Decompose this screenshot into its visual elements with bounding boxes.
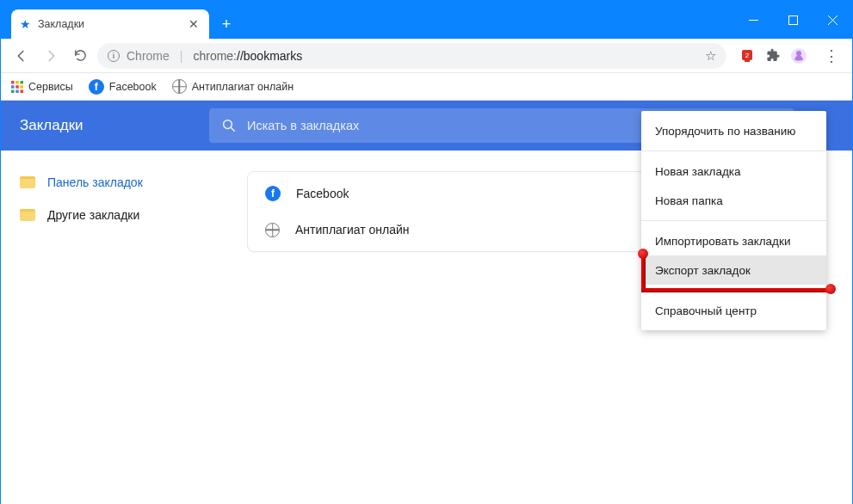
menu-separator bbox=[641, 220, 826, 221]
svg-rect-12 bbox=[11, 85, 15, 89]
svg-rect-15 bbox=[11, 89, 15, 93]
tab-strip: ★ Закладки ✕ + bbox=[1, 1, 238, 39]
url-path: //bookmarks bbox=[237, 49, 302, 63]
folder-icon bbox=[20, 176, 35, 188]
extension-icon-1[interactable]: 2 bbox=[739, 47, 756, 65]
bookmark-label: Антиплагиат онлайн bbox=[295, 223, 410, 237]
window-controls bbox=[733, 1, 852, 39]
toolbar-bookmark-label: Facebook bbox=[109, 81, 157, 93]
toolbar-bookmark-antiplagiat[interactable]: Антиплагиат онлайн bbox=[172, 79, 294, 94]
sidebar-folder-other[interactable]: Другие закладки bbox=[9, 199, 214, 231]
address-bar: i Chrome | chrome://bookmarks ☆ 2 ⋮ bbox=[1, 39, 852, 73]
apps-label: Сервисы bbox=[28, 81, 73, 93]
titlebar: ★ Закладки ✕ + bbox=[1, 1, 852, 39]
forward-button[interactable] bbox=[39, 44, 63, 68]
omnibox[interactable]: i Chrome | chrome://bookmarks ☆ bbox=[97, 43, 726, 69]
sidebar-folder-bookmarks-bar[interactable]: Панель закладок bbox=[9, 166, 214, 199]
toolbar-bookmark-label: Антиплагиат онлайн bbox=[192, 81, 294, 93]
svg-rect-11 bbox=[21, 81, 24, 84]
bookmark-star-icon: ★ bbox=[20, 17, 31, 31]
facebook-icon: f bbox=[89, 79, 104, 95]
menu-separator bbox=[641, 290, 826, 291]
sidebar-item-label: Панель закладок bbox=[47, 175, 143, 189]
bookmark-page-icon[interactable]: ☆ bbox=[705, 48, 716, 64]
browser-tab[interactable]: ★ Закладки ✕ bbox=[11, 9, 209, 39]
bookmark-label: Facebook bbox=[296, 187, 349, 200]
url-scheme: chrome: bbox=[193, 49, 237, 63]
menu-new-folder[interactable]: Новая папка bbox=[641, 186, 826, 215]
globe-icon bbox=[265, 223, 280, 237]
menu-separator bbox=[641, 151, 826, 151]
svg-rect-9 bbox=[11, 81, 15, 84]
apps-grid-icon bbox=[11, 81, 23, 93]
organize-menu: Упорядочить по названию Новая закладка Н… bbox=[641, 111, 826, 330]
reload-button[interactable] bbox=[68, 44, 92, 68]
extensions-puzzle-icon[interactable] bbox=[764, 47, 782, 65]
url-host-label: Chrome bbox=[127, 49, 170, 63]
maximize-button[interactable] bbox=[773, 1, 813, 39]
svg-point-18 bbox=[224, 120, 232, 129]
site-info-icon[interactable]: i bbox=[108, 50, 120, 62]
svg-rect-13 bbox=[15, 85, 19, 89]
globe-icon bbox=[172, 79, 187, 94]
browser-menu-button[interactable]: ⋮ bbox=[819, 46, 844, 65]
search-icon bbox=[221, 118, 237, 133]
extension-icons: 2 bbox=[732, 47, 814, 65]
svg-rect-16 bbox=[15, 89, 19, 93]
close-tab-icon[interactable]: ✕ bbox=[187, 17, 201, 31]
minimize-button[interactable] bbox=[733, 1, 773, 39]
close-window-button[interactable] bbox=[813, 1, 852, 39]
bookmarks-sidebar: Панель закладок Другие закладки bbox=[1, 151, 223, 504]
facebook-icon: f bbox=[265, 186, 281, 201]
bookmarks-toolbar: Сервисы f Facebook Антиплагиат онлайн bbox=[1, 73, 852, 101]
svg-line-19 bbox=[231, 127, 235, 132]
svg-rect-1 bbox=[788, 15, 797, 24]
new-tab-button[interactable]: + bbox=[214, 12, 238, 36]
back-button[interactable] bbox=[9, 44, 34, 68]
menu-new-bookmark[interactable]: Новая закладка bbox=[641, 157, 826, 186]
page-title: Закладки bbox=[20, 117, 209, 134]
sidebar-item-label: Другие закладки bbox=[47, 208, 139, 222]
svg-rect-14 bbox=[21, 85, 24, 89]
menu-export-bookmarks[interactable]: Экспорт закладок bbox=[641, 255, 826, 285]
menu-import-bookmarks[interactable]: Импортировать закладки bbox=[641, 226, 826, 255]
svg-rect-10 bbox=[15, 81, 19, 84]
tab-title: Закладки bbox=[38, 18, 180, 30]
apps-shortcut[interactable]: Сервисы bbox=[11, 81, 73, 93]
svg-text:2: 2 bbox=[745, 52, 750, 59]
svg-rect-17 bbox=[21, 89, 24, 93]
toolbar-bookmark-facebook[interactable]: f Facebook bbox=[89, 79, 157, 95]
menu-help-center[interactable]: Справочный центр bbox=[641, 296, 826, 325]
menu-sort-by-name[interactable]: Упорядочить по названию bbox=[641, 116, 826, 145]
svg-point-8 bbox=[796, 51, 801, 56]
profile-avatar-icon[interactable] bbox=[790, 47, 807, 65]
folder-icon bbox=[20, 209, 35, 221]
